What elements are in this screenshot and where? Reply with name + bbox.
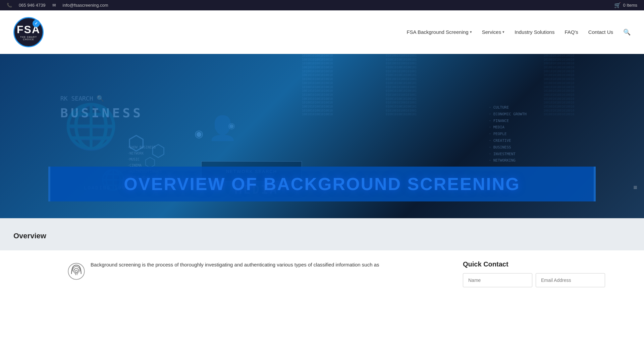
- nav-industry-solutions[interactable]: Industry Solutions: [515, 27, 554, 37]
- search-button[interactable]: 🔍: [623, 28, 631, 36]
- main-nav: FSA Background Screening ▾ Services ▾ In…: [407, 27, 631, 37]
- binary-col-3: 1001010100101001010100101001010010100101…: [543, 54, 610, 117]
- scroll-indicator: ≡: [633, 184, 637, 191]
- hero-section: BUSINESS RK SEARCH 🔍 ⬡ ⬡ ⬡ 1010010100101…: [0, 54, 644, 218]
- nav-fsa-bg-screening[interactable]: FSA Background Screening ▾: [407, 27, 472, 37]
- logo-tagline: THE SMART CHOICE: [14, 36, 43, 41]
- hero-banner: OVERVIEW OF BACKGROUND SCREENING: [48, 167, 596, 201]
- nav-faqs[interactable]: FAQ's: [565, 27, 578, 37]
- nav-contact-us[interactable]: Contact Us: [588, 27, 613, 37]
- header: ✓ FSA THE SMART CHOICE FSA Background Sc…: [0, 10, 644, 54]
- chevron-down-icon: ▾: [502, 30, 504, 34]
- nav-services[interactable]: Services ▾: [482, 27, 505, 37]
- node-icon-1: ◉: [195, 128, 203, 139]
- quick-contact-widget: Quick Contact: [463, 260, 577, 287]
- hero-title: OVERVIEW OF BACKGROUND SCREENING: [64, 174, 580, 194]
- overview-heading: Overview: [13, 225, 631, 244]
- cart-icon: 🛒: [614, 2, 621, 8]
- svg-point-0: [68, 263, 84, 279]
- chevron-down-icon: ▾: [470, 30, 472, 34]
- main-content: Background screening is the process of t…: [0, 250, 644, 297]
- quick-contact-title: Quick Contact: [463, 260, 577, 268]
- email-link[interactable]: info@fsascreening.com: [63, 3, 108, 8]
- phone-icon: 📞: [7, 3, 12, 8]
- logo-area: ✓ FSA THE SMART CHOICE: [13, 17, 44, 47]
- phone-number: 065 946 4739: [19, 3, 46, 8]
- fingerprint-icon: [67, 262, 86, 281]
- culture-labels: · CULTURE· ECONOMIC GROWTH· FINANCE· MED…: [489, 104, 527, 164]
- name-input[interactable]: [463, 273, 532, 287]
- body-paragraph: Background screening is the process of t…: [67, 260, 449, 269]
- contact-form: [463, 273, 577, 287]
- email-icon: ✉: [52, 3, 56, 8]
- top-bar: 📞 065 946 4739 ✉ info@fsascreening.com 🛒…: [0, 0, 644, 10]
- checkmark-icon: ✓: [33, 20, 40, 27]
- top-bar-left: 📞 065 946 4739 ✉ info@fsascreening.com: [7, 3, 108, 8]
- cart-count[interactable]: 0 Items: [623, 3, 637, 8]
- world-map-icon: 🌐: [64, 101, 118, 152]
- node-icon-2: ◉: [228, 121, 235, 130]
- binary-col-2: 0101001010010100101001010010100101010100…: [386, 54, 453, 117]
- body-text-area: Background screening is the process of t…: [67, 260, 449, 281]
- email-input[interactable]: [536, 273, 605, 287]
- breadcrumb-bar: Overview: [0, 218, 644, 250]
- binary-col-1: 1010010100101001010010101001010010101001…: [302, 54, 369, 117]
- logo: ✓ FSA THE SMART CHOICE: [13, 17, 44, 47]
- top-bar-right: 🛒 0 Items: [614, 2, 637, 8]
